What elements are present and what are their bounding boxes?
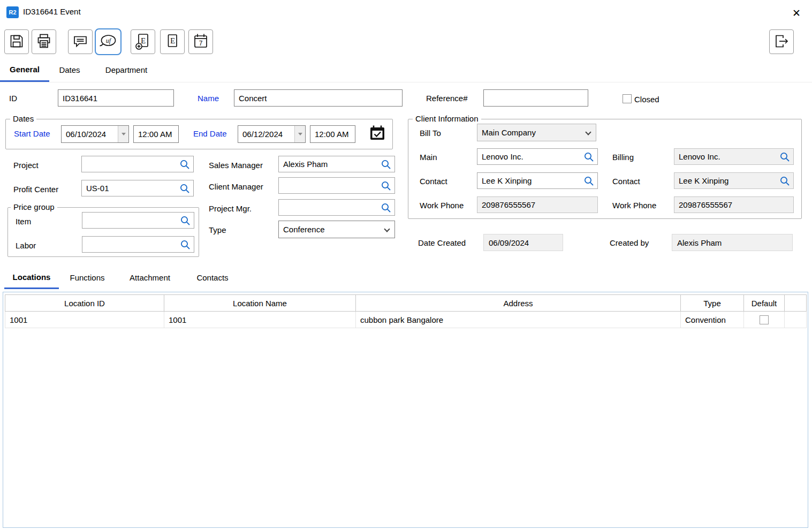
main-client-field[interactable]: Lenovo Inc.	[477, 148, 598, 165]
main-work-phone-field[interactable]: 209876555567	[477, 196, 598, 213]
billing-client-field[interactable]: Lenovo Inc.	[674, 148, 794, 165]
billing-contact-field[interactable]: Lee K Xinping	[674, 172, 794, 189]
tab-attachment[interactable]: Attachment	[116, 266, 184, 289]
project-mgr-field[interactable]	[278, 199, 395, 216]
search-icon[interactable]	[583, 151, 595, 163]
main-contact-field[interactable]: Lee K Xinping	[477, 172, 598, 189]
start-date-dropdown-arrow[interactable]	[118, 126, 128, 142]
search-icon[interactable]	[380, 202, 392, 214]
reference-input[interactable]	[483, 89, 588, 107]
project-field[interactable]	[81, 156, 194, 172]
calendar-check-button[interactable]	[368, 124, 387, 144]
project-mgr-label: Project Mgr.	[209, 203, 252, 214]
cell-filler	[785, 312, 807, 328]
user-defined-field-button[interactable]: uf	[95, 28, 122, 55]
end-time-value: 12:00 AM	[315, 130, 348, 139]
dates-group-label: Dates	[10, 114, 36, 123]
column-header-filler	[785, 295, 807, 312]
billing-label: Billing	[612, 152, 634, 162]
end-date-input[interactable]: 06/12/2024	[238, 125, 306, 143]
search-icon[interactable]	[380, 180, 392, 192]
calendar-button[interactable]: 7	[188, 29, 213, 54]
search-icon[interactable]	[179, 215, 191, 226]
closed-checkbox[interactable]	[623, 94, 632, 103]
start-date-label: Start Date	[14, 128, 50, 139]
column-header-location-id[interactable]: Location ID	[5, 295, 164, 312]
sales-manager-field[interactable]: Alexis Pham	[278, 156, 395, 172]
cell-default[interactable]	[744, 312, 785, 328]
tab-dates[interactable]: Dates	[49, 58, 90, 82]
billing-contact-label: Contact	[612, 176, 640, 186]
table-row[interactable]: 1001 1001 cubbon park Bangalore Conventi…	[5, 312, 807, 328]
bill-to-label: Bill To	[420, 128, 441, 138]
start-time-input[interactable]: 12:00 AM	[133, 125, 179, 143]
billing-work-phone-field[interactable]: 209876555567	[674, 196, 794, 213]
event-button[interactable]: E	[160, 29, 185, 54]
tab-functions[interactable]: Functions	[59, 266, 116, 289]
start-date-value: 06/10/2024	[62, 130, 118, 139]
window-title: ID316641 Event	[23, 7, 81, 16]
end-date-value: 06/12/2024	[238, 130, 294, 139]
bill-to-dropdown[interactable]: Main Company	[477, 124, 596, 141]
add-event-button[interactable]: E	[131, 29, 155, 54]
client-manager-label: Client Manager	[209, 181, 263, 192]
cell-location-name[interactable]: 1001	[164, 312, 356, 328]
main-contact-label: Contact	[420, 176, 447, 186]
search-icon[interactable]	[380, 158, 392, 170]
profit-center-field[interactable]: US-01	[81, 180, 194, 196]
id-input[interactable]: ID316641	[58, 89, 174, 107]
labor-field[interactable]	[82, 236, 194, 253]
main-work-phone-value: 209876555567	[482, 200, 595, 209]
tab-general[interactable]: General	[0, 58, 49, 82]
search-icon[interactable]	[179, 183, 191, 194]
search-icon[interactable]	[779, 175, 791, 187]
chevron-down-icon	[585, 129, 591, 135]
cell-address[interactable]: cubbon park Bangalore	[356, 312, 681, 328]
search-icon[interactable]	[179, 158, 191, 170]
save-button[interactable]	[4, 29, 29, 54]
main-client-label: Main	[420, 152, 437, 162]
add-event-icon: E	[134, 32, 152, 52]
end-date-label: End Date	[193, 128, 227, 139]
search-icon[interactable]	[583, 175, 595, 187]
name-input[interactable]: Concert	[234, 89, 403, 107]
exit-button[interactable]	[769, 29, 794, 54]
cell-location-id[interactable]: 1001	[5, 312, 164, 328]
date-created-label: Date Created	[418, 238, 466, 248]
end-date-dropdown-arrow[interactable]	[294, 126, 305, 142]
dates-groupbox: Dates Start Date 06/10/2024 12:00 AM End…	[5, 119, 393, 149]
tab-contacts[interactable]: Contacts	[184, 266, 241, 289]
close-window-button[interactable]: ✕	[788, 5, 805, 21]
type-label: Type	[209, 225, 226, 235]
default-checkbox[interactable]	[760, 315, 769, 324]
main-work-phone-label: Work Phone	[420, 200, 464, 210]
cell-type[interactable]: Convention	[681, 312, 744, 328]
type-value: Conference	[283, 225, 325, 234]
type-dropdown[interactable]: Conference	[278, 221, 395, 238]
end-time-input[interactable]: 12:00 AM	[310, 125, 355, 143]
locations-table: Location ID Location Name Address Type D…	[5, 294, 807, 328]
client-manager-field[interactable]	[278, 177, 395, 194]
search-icon[interactable]	[179, 239, 191, 251]
tab-department[interactable]: Department	[90, 58, 163, 82]
sales-manager-label: Sales Manager	[209, 160, 263, 170]
start-time-value: 12:00 AM	[138, 130, 172, 139]
billing-contact-value: Lee K Xinping	[679, 176, 779, 185]
price-group-groupbox: Price group Item Labor	[7, 207, 199, 257]
tab-locations[interactable]: Locations	[4, 266, 59, 289]
column-header-location-name[interactable]: Location Name	[164, 295, 356, 312]
search-icon[interactable]	[779, 151, 791, 163]
comments-button[interactable]	[68, 29, 93, 54]
item-field[interactable]	[82, 212, 194, 229]
created-by-label: Created by	[610, 238, 649, 248]
calendar-check-icon	[368, 135, 387, 144]
start-date-input[interactable]: 06/10/2024	[61, 125, 129, 143]
billing-work-phone-label: Work Phone	[612, 200, 656, 210]
column-header-address[interactable]: Address	[356, 295, 681, 312]
column-header-default[interactable]: Default	[744, 295, 785, 312]
project-label: Project	[13, 160, 39, 170]
column-header-type[interactable]: Type	[681, 295, 744, 312]
print-button[interactable]	[32, 29, 56, 54]
chevron-down-icon	[384, 226, 390, 232]
id-value: ID316641	[63, 94, 97, 103]
